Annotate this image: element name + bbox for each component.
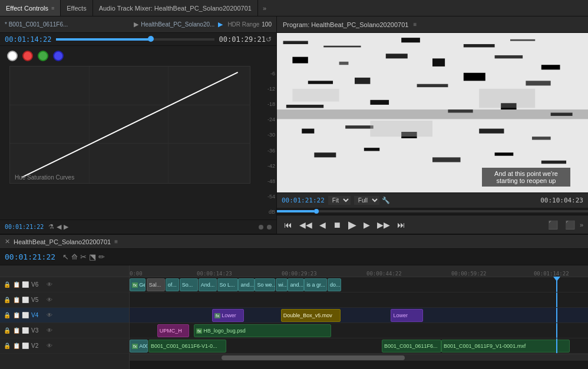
lb-dot-1[interactable] bbox=[259, 225, 263, 230]
play-stop-button[interactable]: ⏹ bbox=[331, 219, 343, 231]
program-menu-icon[interactable]: ≡ bbox=[413, 21, 417, 28]
color-circle-green[interactable] bbox=[38, 51, 48, 61]
v6-track-icon[interactable]: ⬜ bbox=[22, 281, 29, 288]
svg-rect-33 bbox=[364, 148, 379, 151]
tab-effects[interactable]: Effects bbox=[61, 0, 93, 16]
clip-arrow-icon: ▶ bbox=[134, 21, 138, 28]
tool-selection[interactable]: ↖ bbox=[62, 252, 69, 261]
track-label-v6: 🔒 📋 ⬜ V6 👁 bbox=[0, 277, 129, 292]
reset-button[interactable]: ↺ bbox=[266, 35, 272, 44]
clip-get[interactable]: fxGet... bbox=[130, 278, 146, 291]
ec-play-button[interactable]: ▶ bbox=[218, 21, 223, 28]
v2-track-icon[interactable]: ⬜ bbox=[22, 343, 29, 349]
v4-media-icon[interactable]: 📋 bbox=[13, 312, 20, 318]
clip-upmc[interactable]: UPMC_H bbox=[157, 324, 189, 337]
program-header: Program: HealthBeat_PC_Solano20200701 ≡ bbox=[277, 16, 588, 33]
tool-pen[interactable]: ✏ bbox=[98, 252, 105, 261]
effect-controls-menu-icon[interactable]: ≡ bbox=[51, 5, 54, 11]
v6-media-icon[interactable]: 📋 bbox=[13, 281, 20, 288]
v2-eye-icon[interactable]: 👁 bbox=[47, 343, 52, 349]
clip-so1[interactable]: So... bbox=[180, 278, 198, 291]
timeline-menu-icon[interactable]: ≡ bbox=[114, 238, 118, 245]
timeline-close-btn[interactable]: ✕ bbox=[5, 238, 10, 245]
clip-sol[interactable]: So L... bbox=[217, 278, 238, 291]
tool-ripple[interactable]: ⟰ bbox=[71, 252, 78, 261]
prog-scrubber[interactable] bbox=[277, 208, 588, 215]
step-fwd-button[interactable]: ⏭ bbox=[395, 219, 408, 231]
color-circle-blue[interactable] bbox=[53, 51, 64, 61]
v5-track-icon[interactable]: ⬜ bbox=[22, 297, 29, 303]
wrench-icon[interactable]: 🔧 bbox=[382, 197, 390, 204]
v6-eye-icon[interactable]: 👁 bbox=[47, 281, 52, 288]
step-back-button[interactable]: ⏮ bbox=[282, 219, 295, 231]
timeline-time[interactable]: 00:01:21:22 bbox=[5, 252, 55, 261]
insert-button[interactable]: ⬛ bbox=[546, 219, 560, 231]
v4-lock-icon[interactable]: 🔒 bbox=[4, 312, 11, 318]
v5-eye-icon[interactable]: 👁 bbox=[47, 297, 52, 303]
v3-media-icon[interactable]: 📋 bbox=[13, 327, 20, 334]
v5-lock-icon[interactable]: 🔒 bbox=[4, 297, 11, 303]
timeline-scrollbar[interactable] bbox=[130, 354, 588, 361]
clip-do[interactable]: do... bbox=[328, 278, 341, 291]
clip-b001b[interactable]: B001_C001_0611F6... bbox=[382, 340, 441, 353]
clip-and3[interactable]: and... bbox=[288, 278, 303, 291]
clip-sowe[interactable]: So we... bbox=[255, 278, 275, 291]
color-circle-white[interactable] bbox=[7, 51, 18, 61]
clip-isgr[interactable]: is a gr... bbox=[304, 278, 327, 291]
lb-dot-2[interactable] bbox=[267, 225, 272, 230]
clip-hb-logo[interactable]: fxHB_logo_bug.psd bbox=[194, 324, 331, 337]
next-edit-button[interactable]: ▶▶ bbox=[375, 219, 392, 231]
tool-slip[interactable]: ⬔ bbox=[89, 252, 96, 261]
filter-icon[interactable]: ⚗ bbox=[48, 223, 54, 231]
tab-effect-controls[interactable]: Effect Controls ≡ bbox=[0, 0, 61, 16]
color-circle-red[interactable] bbox=[22, 51, 33, 61]
clip-double-box[interactable]: Double_Box_v5.mov bbox=[281, 309, 341, 322]
clip-and2[interactable]: and... bbox=[238, 278, 254, 291]
prev-edit-button[interactable]: ◀◀ bbox=[297, 219, 315, 231]
full-select[interactable]: Full bbox=[354, 196, 379, 205]
tabs-expand-btn[interactable]: » bbox=[258, 0, 271, 16]
v6-lock-icon[interactable]: 🔒 bbox=[4, 281, 11, 288]
v4-eye-icon[interactable]: 👁 bbox=[47, 312, 52, 318]
v3-eye-icon[interactable]: 👁 bbox=[47, 327, 52, 334]
svg-rect-10 bbox=[510, 39, 535, 41]
subtitle-text: And at this point we're starting to reop… bbox=[494, 170, 558, 184]
clip-sal[interactable]: Sal... bbox=[147, 278, 165, 291]
curves-area[interactable]: Hue Saturation Curves bbox=[9, 66, 250, 184]
tab-audio-mixer[interactable]: Audio Track Mixer: HealthBeat_PC_Solano2… bbox=[93, 0, 258, 16]
v5-media-icon[interactable]: 📋 bbox=[13, 297, 20, 303]
timeline-header: ✕ HealthBeat_PC_Solano20200701 ≡ bbox=[0, 235, 588, 249]
v2-lock-icon[interactable]: 🔒 bbox=[4, 343, 11, 349]
clip-and1[interactable]: And... bbox=[199, 278, 217, 291]
keyframe-next-icon[interactable]: ▶ bbox=[64, 223, 68, 231]
v3-track-icon[interactable]: ⬜ bbox=[22, 327, 29, 334]
clip-b001a[interactable]: B001_C001_0611F6-V1-0... bbox=[148, 340, 226, 353]
tool-razor[interactable]: ✂ bbox=[80, 252, 87, 261]
clip-lower2[interactable]: Lower bbox=[391, 309, 422, 322]
svg-rect-22 bbox=[286, 105, 323, 108]
keyframe-prev-icon[interactable]: ◀ bbox=[57, 223, 61, 231]
play-button[interactable]: ▶ bbox=[346, 217, 359, 232]
overwrite-button[interactable]: ⬛ bbox=[563, 219, 577, 231]
v3-lock-icon[interactable]: 🔒 bbox=[4, 327, 11, 334]
time-current-display[interactable]: 00:01:14:22 bbox=[5, 35, 51, 44]
clip-lower1[interactable]: fxLower bbox=[212, 309, 244, 322]
prog-time-current[interactable]: 00:01:21:22 bbox=[282, 197, 325, 204]
more-buttons-icon[interactable]: » bbox=[580, 221, 583, 228]
clip-a001[interactable]: fxA001_C00... bbox=[130, 340, 148, 353]
svg-rect-38 bbox=[370, 121, 432, 137]
track-label-v3: 🔒 📋 ⬜ V3 👁 bbox=[0, 323, 129, 338]
fit-select[interactable]: Fit bbox=[328, 196, 351, 205]
timeline-scrollthumb[interactable] bbox=[222, 355, 405, 360]
v4-track-icon[interactable]: ⬜ bbox=[22, 312, 29, 318]
svg-rect-20 bbox=[464, 73, 485, 81]
svg-rect-31 bbox=[532, 137, 551, 139]
ruler-label-spacer bbox=[0, 265, 129, 277]
clip-of[interactable]: of... bbox=[166, 278, 179, 291]
step-frame-fwd-button[interactable]: ▶ bbox=[361, 219, 372, 231]
v2-media-icon[interactable]: 📋 bbox=[13, 343, 20, 349]
main-area: * B001_C001_0611F6... ▶ HealthBeat_PC_So… bbox=[0, 16, 588, 234]
clip-wi[interactable]: wi... bbox=[276, 278, 287, 291]
clip-b001c[interactable]: B001_C001_0611F9_V1-0001.mxf bbox=[441, 340, 570, 353]
step-frame-back-button[interactable]: ◀ bbox=[317, 219, 328, 231]
